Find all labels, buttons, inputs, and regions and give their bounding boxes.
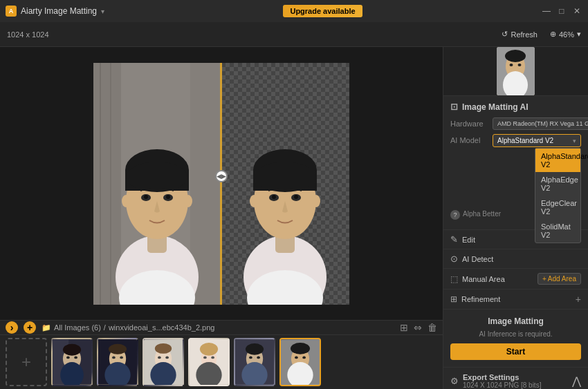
filmstrip-path: 📁 All Images (6) / winxvideoai_s...ebc43… [42, 323, 214, 332]
add-image-button[interactable]: + [24, 321, 36, 334]
ai-model-dropdown: AlphaStandard V2 AlphaEdge V2 EdgeClear … [535, 148, 581, 243]
thumbnail-3[interactable] [143, 338, 184, 386]
svg-point-27 [272, 195, 276, 199]
layout-icon[interactable]: ⊞ [400, 322, 408, 333]
filmstrip-header: › + 📁 All Images (6) / winxvideoai_s...e… [0, 321, 443, 335]
svg-point-29 [250, 195, 258, 207]
svg-point-42 [112, 357, 116, 359]
window-controls: — □ ✕ [541, 6, 582, 17]
main-area: ◀▶ › + 📁 All Images (6) / winxvideoai_s.… [0, 47, 588, 389]
ai-detect-icon: ⊙ [450, 254, 458, 264]
preview-image [497, 47, 535, 95]
start-button[interactable]: Start [450, 343, 581, 360]
svg-point-52 [200, 343, 218, 356]
svg-point-61 [257, 357, 260, 359]
svg-point-15 [166, 195, 170, 199]
dropdown-item-solidmat[interactable]: SolidMat V2 [535, 219, 580, 243]
manual-area-icon: ⬚ [450, 274, 458, 284]
svg-point-72 [510, 64, 513, 66]
export-settings-expand-icon[interactable]: ⋀ [572, 374, 581, 388]
refinement-row: ⊞ Refinement + [443, 290, 588, 310]
filmstrip-body: + [0, 335, 443, 389]
refinement-expand-icon[interactable]: + [576, 294, 581, 305]
matting-box-title: Image Matting [450, 316, 581, 326]
svg-point-30 [312, 195, 320, 207]
add-image-large-button[interactable]: + [6, 338, 47, 386]
thumbnail-5[interactable] [234, 338, 275, 386]
zoom-dropdown-icon: ▾ [577, 30, 581, 39]
export-settings-icon: ⚙ [450, 376, 459, 386]
title-bar: A Aiarty Image Matting ▾ Upgrade availab… [0, 0, 588, 22]
thumbnail-1[interactable] [51, 338, 93, 386]
export-info: Export Settings 1024 X 1024 PNG [8 bits] [463, 373, 568, 389]
thumbnail-2[interactable] [97, 338, 138, 386]
maximize-button[interactable]: □ [556, 6, 567, 17]
upgrade-button[interactable]: Upgrade available [283, 5, 362, 17]
thumbnail-4[interactable] [188, 338, 230, 386]
ai-model-row: AI Model AlphaStandard V2 ▾ AlphaStandar… [450, 134, 581, 147]
matting-note: AI Inference is required. [450, 330, 581, 338]
close-button[interactable]: ✕ [571, 6, 582, 17]
svg-point-55 [211, 357, 214, 359]
canvas-area: ◀▶ › + 📁 All Images (6) / winxvideoai_s.… [0, 47, 443, 389]
thumbnail-6-active[interactable] [279, 338, 321, 386]
svg-point-40 [109, 344, 127, 354]
help-text: Alpha Better [463, 209, 501, 218]
refresh-button[interactable]: ↺ Refresh [497, 28, 542, 40]
manual-area-row: ⬚ Manual Area + Add Area [443, 269, 588, 290]
filmstrip: › + 📁 All Images (6) / winxvideoai_s...e… [0, 320, 443, 389]
app-logo: A [6, 6, 17, 17]
ai-detect-row[interactable]: ⊙ AI Detect [443, 249, 588, 269]
zoom-icon: ⊕ [550, 30, 556, 39]
refinement-icon: ⊞ [450, 294, 457, 304]
delete-icon[interactable]: 🗑 [428, 322, 437, 333]
svg-point-11 [127, 162, 187, 192]
split-handle[interactable]: ◀▶ [215, 170, 228, 182]
right-panel: ⊡ Image Matting AI Hardware AMD Radeon(T… [443, 47, 588, 389]
svg-point-34 [63, 344, 81, 356]
help-icon: ? [450, 210, 460, 220]
canvas-image: ◀▶ [0, 47, 443, 320]
add-area-button[interactable]: + Add Area [538, 273, 581, 285]
preview-thumbnail [443, 47, 588, 96]
dropdown-item-alphastandard[interactable]: AlphaStandard V2 [535, 149, 580, 172]
export-settings-title: Export Settings [463, 373, 568, 381]
svg-point-58 [246, 343, 264, 355]
svg-point-24 [255, 162, 315, 192]
hardware-select[interactable]: AMD Radeon(TM) RX Vega 11 G ▾ [493, 117, 588, 130]
dropdown-item-alphaedge[interactable]: AlphaEdge V2 [535, 172, 580, 196]
svg-point-16 [122, 195, 130, 207]
add-area-label: Add Area [548, 275, 576, 283]
size-slider[interactable]: ⇔ [414, 322, 422, 333]
svg-point-36 [66, 357, 70, 359]
refresh-icon: ↺ [502, 30, 508, 39]
matting-section: Image Matting AI Inference is required. … [443, 310, 588, 368]
svg-point-14 [144, 195, 148, 199]
dropdown-item-edgeclear[interactable]: EdgeClear V2 [535, 196, 580, 219]
ai-model-select[interactable]: AlphaStandard V2 ▾ [493, 134, 581, 147]
expand-icon: › [10, 322, 14, 333]
zoom-control[interactable]: ⊕ 46% ▾ [550, 30, 581, 39]
svg-point-60 [249, 357, 252, 359]
image-size-label: 1024 x 1024 [7, 30, 49, 39]
svg-point-73 [518, 64, 522, 66]
original-image [93, 63, 221, 305]
matting-icon: ⊡ [450, 102, 458, 112]
dropdown-arrow-icon[interactable]: ▾ [101, 8, 104, 15]
svg-point-49 [165, 357, 169, 359]
canvas-viewport: ◀▶ [0, 47, 443, 320]
ai-model-dropdown-icon: ▾ [573, 137, 576, 144]
filmstrip-expand-button[interactable]: › [6, 321, 18, 334]
svg-point-17 [184, 195, 192, 207]
filmstrip-controls: ⊞ ⇔ 🗑 [400, 322, 437, 333]
minimize-button[interactable]: — [541, 6, 552, 17]
svg-point-37 [74, 357, 77, 359]
matting-ai-section: ⊡ Image Matting AI Hardware AMD Radeon(T… [443, 96, 588, 230]
plus-icon: + [27, 322, 33, 333]
svg-point-46 [155, 343, 172, 354]
hardware-row: Hardware AMD Radeon(TM) RX Vega 11 G ▾ [450, 117, 581, 130]
split-handle-icon: ◀▶ [217, 173, 226, 180]
edit-icon: ✎ [450, 234, 458, 245]
add-icon: + [542, 275, 546, 283]
svg-point-43 [120, 357, 123, 359]
